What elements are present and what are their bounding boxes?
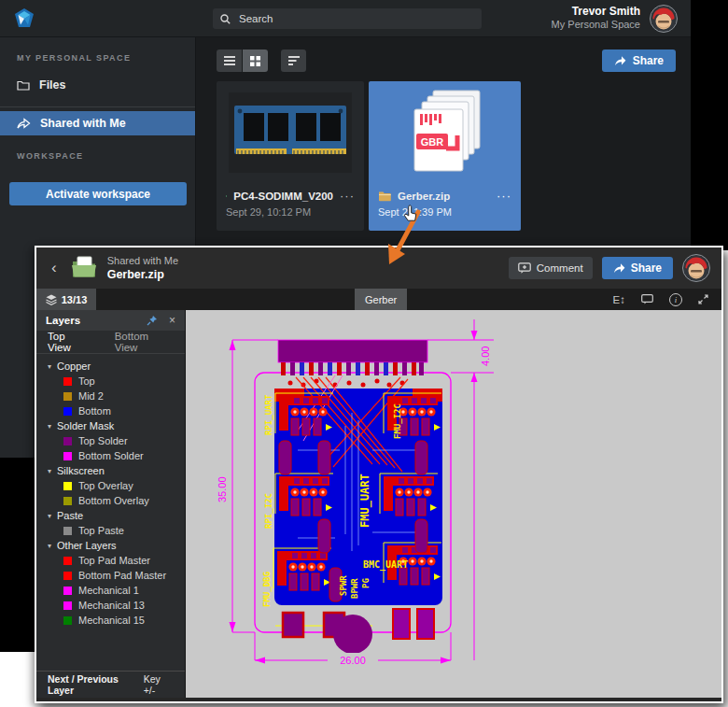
layers-tree: ▾CopperTopMid 2Bottom▾Solder MaskTop Sol… bbox=[36, 354, 185, 671]
shared-icon bbox=[17, 118, 31, 129]
avatar[interactable] bbox=[682, 254, 710, 282]
more-menu-icon[interactable]: ··· bbox=[497, 189, 511, 203]
altium-logo-icon[interactable] bbox=[13, 7, 35, 30]
fullscreen-icon[interactable] bbox=[698, 294, 708, 304]
info-icon[interactable]: i bbox=[669, 293, 682, 306]
layer-item-mechanical-15[interactable]: Mechanical 15 bbox=[36, 613, 185, 628]
gerber-canvas[interactable]: 35.00 4.00 bbox=[186, 310, 721, 698]
layer-item-top-overlay[interactable]: Top Overlay bbox=[36, 478, 185, 493]
sort-icon bbox=[288, 56, 300, 65]
layer-item-label: Top Pad Master bbox=[78, 555, 150, 566]
file-card-pc4-sodimm[interactable]: PC4-SODIMM_V200 ··· Sept 29, 10:12 PM bbox=[217, 81, 364, 231]
layer-item-top-paste[interactable]: Top Paste bbox=[36, 523, 185, 538]
share-button[interactable]: Share bbox=[602, 257, 673, 279]
layer-item-bottom-overlay[interactable]: Bottom Overlay bbox=[36, 493, 185, 508]
pcb-label-fmu-uart: FMU_UART bbox=[358, 474, 372, 528]
layer-group-silkscreen[interactable]: ▾Silkscreen bbox=[36, 463, 185, 478]
tab-top-view[interactable]: Top View bbox=[48, 331, 91, 353]
sort-button[interactable] bbox=[281, 49, 306, 72]
layer-item-label: Bottom Solder bbox=[78, 450, 144, 461]
activate-workspace-button[interactable]: Activate workspace bbox=[9, 182, 187, 205]
layers-panel-footer: Next / Previous Layer Key +/- bbox=[36, 671, 185, 698]
connector-pins bbox=[281, 362, 424, 375]
ram-module-image bbox=[229, 92, 352, 173]
viewer-title-block: Shared with Me Gerber.zip bbox=[107, 254, 178, 283]
sidebar-section-personal: MY PERSONAL SPACE bbox=[0, 37, 195, 71]
file-date: Sept 29, 10:12 PM bbox=[226, 206, 355, 218]
layer-color-swatch bbox=[63, 527, 72, 535]
caret-down-icon: ▾ bbox=[48, 467, 51, 475]
layer-group-label: Other Layers bbox=[57, 540, 117, 551]
layer-item-bottom[interactable]: Bottom bbox=[36, 403, 185, 418]
pcb-label-spwr: SPWR bbox=[339, 575, 348, 596]
layers-panel-title: Layers bbox=[46, 315, 80, 326]
pcb-label-pg: PG bbox=[361, 578, 371, 588]
sidebar-item-shared-with-me[interactable]: Shared with Me bbox=[0, 111, 195, 135]
layer-item-label: Top Paste bbox=[78, 525, 124, 536]
share-button[interactable]: Share bbox=[602, 49, 676, 72]
comments-icon[interactable] bbox=[641, 294, 653, 304]
sidebar-section-workspace: WORKSPACE bbox=[0, 135, 195, 169]
search-bar[interactable] bbox=[213, 8, 482, 29]
user-space: My Personal Space bbox=[552, 19, 640, 32]
measure-icon[interactable]: E↕ bbox=[613, 294, 625, 305]
sidebar-item-files[interactable]: Files bbox=[0, 71, 195, 99]
pin-icon[interactable] bbox=[147, 315, 158, 326]
layers-icon bbox=[46, 294, 57, 305]
layer-item-mechanical-13[interactable]: Mechanical 13 bbox=[36, 598, 185, 613]
layer-group-label: Silkscreen bbox=[57, 465, 105, 476]
tab-gerber[interactable]: Gerber bbox=[355, 289, 407, 310]
comment-button[interactable]: Comment bbox=[509, 257, 593, 279]
more-menu-icon[interactable]: ··· bbox=[340, 189, 355, 203]
layer-color-swatch bbox=[63, 601, 72, 610]
close-icon[interactable]: × bbox=[163, 314, 175, 327]
layer-color-swatch bbox=[63, 452, 72, 460]
key-shortcut-label: Key +/- bbox=[144, 673, 174, 696]
file-meta: Gerber.zip ··· Sept 2, 1:39 PM bbox=[369, 184, 521, 218]
tab-bottom-view[interactable]: Bottom View bbox=[115, 331, 174, 353]
layer-item-mechanical-1[interactable]: Mechanical 1 bbox=[36, 583, 185, 598]
layer-item-bottom-pad-master[interactable]: Bottom Pad Master bbox=[36, 568, 185, 583]
file-date: Sept 2, 1:39 PM bbox=[378, 206, 511, 218]
layer-group-paste[interactable]: ▾Paste bbox=[36, 508, 185, 523]
list-view-icon bbox=[224, 56, 235, 65]
layer-item-label: Top Solder bbox=[78, 435, 128, 446]
dim-width-label: 26.00 bbox=[340, 655, 366, 666]
dim-top-label: 4.00 bbox=[480, 346, 491, 366]
layer-group-other-layers[interactable]: ▾Other Layers bbox=[36, 538, 185, 553]
layer-group-label: Solder Mask bbox=[57, 420, 114, 431]
layer-item-label: Bottom Pad Master bbox=[78, 570, 166, 581]
user-block[interactable]: Trevor Smith My Personal Space bbox=[552, 5, 650, 32]
gbr-badge: GBR bbox=[420, 136, 443, 148]
file-card-gerber-zip[interactable]: GBR Gerber.zip ··· Sept 2, 1:39 PM bbox=[369, 81, 521, 231]
layer-color-swatch bbox=[63, 497, 72, 505]
layer-item-top-solder[interactable]: Top Solder bbox=[36, 433, 185, 448]
avatar[interactable] bbox=[650, 5, 678, 33]
layer-item-label: Top bbox=[78, 375, 95, 387]
layer-item-top-pad-master[interactable]: Top Pad Master bbox=[36, 553, 185, 568]
layer-color-swatch bbox=[63, 616, 72, 625]
caret-down-icon: ▾ bbox=[48, 512, 51, 520]
layer-item-mid-2[interactable]: Mid 2 bbox=[36, 389, 185, 403]
sidebar-item-label: Files bbox=[39, 78, 66, 92]
layer-color-swatch bbox=[63, 482, 72, 490]
layer-group-copper[interactable]: ▾Copper bbox=[36, 359, 185, 374]
layer-item-label: Mechanical 1 bbox=[78, 585, 139, 596]
pcb-preview: 35.00 4.00 bbox=[186, 310, 718, 698]
list-view-button[interactable] bbox=[217, 49, 242, 72]
layer-item-label: Mechanical 13 bbox=[78, 600, 145, 611]
viewer-tool-icons: E↕ i bbox=[613, 289, 721, 310]
layer-item-label: Mid 2 bbox=[78, 390, 104, 402]
layer-item-top[interactable]: Top bbox=[36, 374, 185, 389]
layer-group-solder-mask[interactable]: ▾Solder Mask bbox=[36, 418, 185, 433]
user-name: Trevor Smith bbox=[552, 5, 640, 19]
document-title: Gerber.zip bbox=[107, 267, 178, 282]
layer-color-swatch bbox=[63, 557, 72, 565]
search-input[interactable] bbox=[237, 12, 474, 25]
back-chevron-icon[interactable]: ‹ bbox=[48, 259, 61, 277]
layers-tab[interactable]: 13/13 bbox=[36, 289, 96, 310]
pcb-label-fmu-dbg: FMU_DBG bbox=[262, 572, 272, 607]
layer-item-bottom-solder[interactable]: Bottom Solder bbox=[36, 448, 185, 463]
grid-view-button[interactable] bbox=[243, 49, 268, 72]
viewer-content: Layers × Top View Bottom View ▾CopperTop… bbox=[36, 310, 721, 698]
